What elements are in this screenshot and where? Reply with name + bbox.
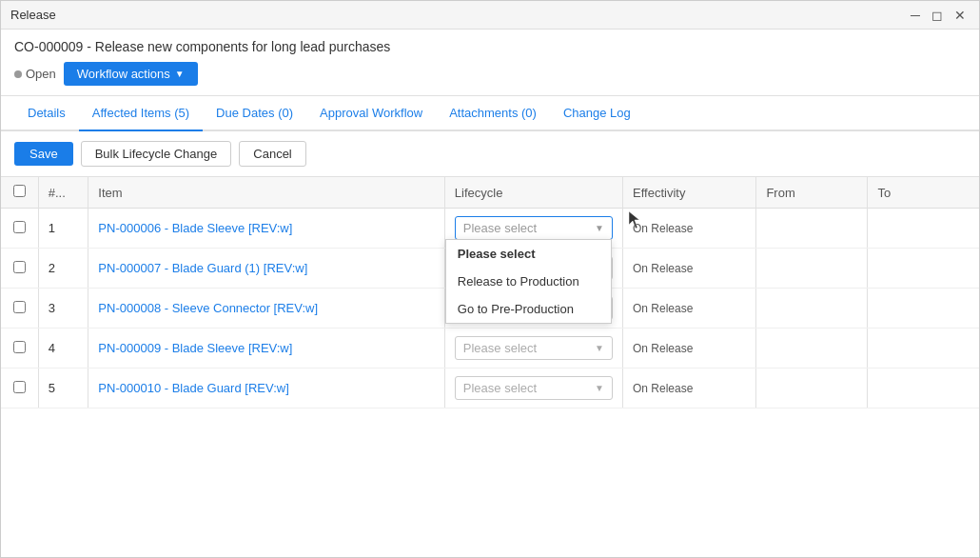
row-1-checkbox[interactable] xyxy=(13,221,26,233)
row-4-lifecycle-select[interactable]: Please select▼ xyxy=(455,336,613,360)
tab-change-log[interactable]: Change Log xyxy=(550,96,644,131)
tab-due-dates[interactable]: Due Dates (0) xyxy=(203,96,306,131)
items-table: #... Item Lifecycle Effectivity From xyxy=(1,177,979,409)
row-1-check-cell xyxy=(1,209,38,249)
main-window: Release ─ ◻ ✕ CO-000009 - Release new co… xyxy=(0,0,980,558)
chevron-down-icon: ▼ xyxy=(175,69,185,79)
minimize-button[interactable]: ─ xyxy=(907,9,924,22)
row-5-num: 5 xyxy=(38,369,88,409)
row-5-item: PN-000010 - Blade Guard [REV:w] xyxy=(88,369,444,409)
col-header-from: From xyxy=(756,177,868,209)
row-3-effectivity: On Release xyxy=(623,289,756,329)
row-4-effectivity: On Release xyxy=(623,329,756,369)
workflow-actions-button[interactable]: Workflow actions ▼ xyxy=(64,62,198,86)
bulk-lifecycle-change-button[interactable]: Bulk Lifecycle Change xyxy=(81,141,232,167)
row-2-effectivity: On Release xyxy=(623,249,756,289)
col-header-to: To xyxy=(868,177,979,209)
title-bar: Release ─ ◻ ✕ xyxy=(1,1,979,30)
table-row: 4PN-000009 - Blade Sleeve [REV:w]Please … xyxy=(1,329,979,369)
table-header-row: #... Item Lifecycle Effectivity From xyxy=(1,177,979,209)
dropdown-option-1[interactable]: Release to Production xyxy=(446,268,611,295)
row-2-check-cell xyxy=(1,249,38,289)
row-1-lifecycle-cell: Please select▼Please selectRelease to Pr… xyxy=(444,209,622,249)
row-4-checkbox[interactable] xyxy=(13,341,26,353)
table-row: 1PN-000006 - Blade Sleeve [REV:w]Please … xyxy=(1,209,979,249)
col-header-effectivity: Effectivity xyxy=(623,177,756,209)
row-3-checkbox[interactable] xyxy=(13,301,26,313)
row-5-check-cell xyxy=(1,369,38,409)
toolbar-actions: Open Workflow actions ▼ xyxy=(14,62,966,86)
select-all-checkbox[interactable] xyxy=(13,185,26,197)
items-table-container: #... Item Lifecycle Effectivity From xyxy=(1,177,979,557)
title-bar-controls: ─ ◻ ✕ xyxy=(907,9,970,22)
status-badge: Open xyxy=(14,67,56,81)
row-4-item: PN-000009 - Blade Sleeve [REV:w] xyxy=(88,329,444,369)
tab-attachments[interactable]: Attachments (0) xyxy=(436,96,550,131)
row-4-from xyxy=(756,329,868,369)
title-bar-left: Release xyxy=(10,8,56,22)
col-header-check xyxy=(1,177,38,209)
row-4-to xyxy=(868,329,979,369)
row-5-lifecycle-select[interactable]: Please select▼ xyxy=(455,376,613,400)
tab-affected-items[interactable]: Affected Items (5) xyxy=(79,96,203,131)
tab-details[interactable]: Details xyxy=(14,96,79,131)
maximize-button[interactable]: ◻ xyxy=(928,9,947,22)
row-4-check-cell xyxy=(1,329,38,369)
row-3-check-cell xyxy=(1,289,38,329)
row-5-effectivity: On Release xyxy=(623,369,756,409)
cursor-icon xyxy=(628,210,641,232)
row-1-item: PN-000006 - Blade Sleeve [REV:w] xyxy=(88,209,444,249)
row-1-num: 1 xyxy=(38,209,88,249)
change-order-title: CO-000009 - Release new components for l… xyxy=(14,39,966,54)
row-1-from xyxy=(756,209,868,249)
dropdown-option-0[interactable]: Please select xyxy=(446,240,611,268)
tab-approval-workflow[interactable]: Approval Workflow xyxy=(306,96,436,131)
row-5-to xyxy=(868,369,979,409)
row-2-item: PN-000007 - Blade Guard (1) [REV:w] xyxy=(88,249,444,289)
col-header-lifecycle: Lifecycle xyxy=(444,177,622,209)
row-3-from xyxy=(756,289,868,329)
window-title: Release xyxy=(10,8,56,22)
close-button[interactable]: ✕ xyxy=(951,9,970,22)
row-4-lifecycle-cell: Please select▼ xyxy=(444,329,622,369)
row-1-effectivity: On Release xyxy=(623,209,756,249)
workflow-actions-label: Workflow actions xyxy=(77,67,170,81)
action-bar: Save Bulk Lifecycle Change Cancel xyxy=(1,131,979,177)
status-dot-icon xyxy=(14,70,22,78)
chevron-down-icon: ▼ xyxy=(595,223,604,233)
row-5-lifecycle-cell: Please select▼ xyxy=(444,369,622,409)
row-2-from xyxy=(756,249,868,289)
cancel-button[interactable]: Cancel xyxy=(239,141,305,167)
row-2-to xyxy=(868,249,979,289)
row-3-to xyxy=(868,289,979,329)
col-header-item: Item xyxy=(88,177,444,209)
tabs-container: Details Affected Items (5) Due Dates (0)… xyxy=(1,96,979,131)
row-4-num: 4 xyxy=(38,329,88,369)
chevron-down-icon: ▼ xyxy=(595,383,604,393)
save-button[interactable]: Save xyxy=(14,142,73,166)
row-5-from xyxy=(756,369,868,409)
row-2-checkbox[interactable] xyxy=(13,261,26,273)
toolbar: CO-000009 - Release new components for l… xyxy=(1,30,979,96)
dropdown-option-2[interactable]: Go to Pre-Production xyxy=(446,295,611,323)
table-row: 5PN-000010 - Blade Guard [REV:w]Please s… xyxy=(1,369,979,409)
row-2-num: 2 xyxy=(38,249,88,289)
row-1-lifecycle-select[interactable]: Please select▼ xyxy=(455,216,613,240)
row-5-checkbox[interactable] xyxy=(13,381,26,393)
col-header-num: #... xyxy=(38,177,88,209)
row-1-lifecycle-dropdown: Please selectRelease to ProductionGo to … xyxy=(445,239,612,324)
row-3-num: 3 xyxy=(38,289,88,329)
row-1-to xyxy=(868,209,979,249)
row-3-item: PN-000008 - Sleeve Connector [REV:w] xyxy=(88,289,444,329)
chevron-down-icon: ▼ xyxy=(595,343,604,353)
status-label: Open xyxy=(26,67,56,81)
